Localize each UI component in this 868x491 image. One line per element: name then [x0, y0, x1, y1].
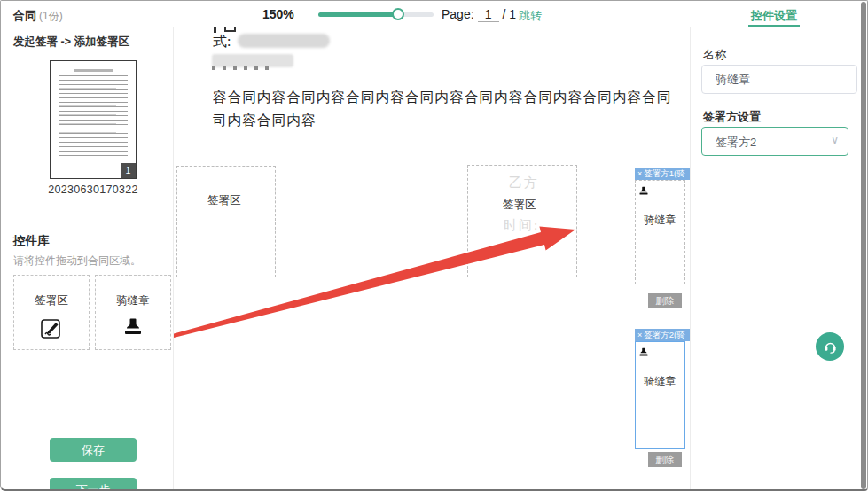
page-title: 合同(1份)	[13, 8, 63, 24]
stamp-body[interactable]: 骑缝章	[635, 180, 685, 284]
stamp-icon	[638, 183, 649, 199]
app-window: 合同(1份) 150% Page:1/ 1 跳转 控件设置 发起签署 -> 添加…	[0, 0, 868, 491]
page-label: Page:	[442, 7, 474, 21]
page-indicator: Page:1/ 1	[442, 7, 516, 22]
stamp-label: 骑缝章	[636, 213, 684, 228]
zoom-level-value: 150%	[262, 7, 294, 21]
library-item-label: 骑缝章	[96, 293, 170, 308]
faint-party-text: 乙方	[509, 175, 539, 191]
page-thumbnail[interactable]: 1	[50, 60, 137, 179]
zoom-slider-handle[interactable]	[392, 8, 404, 20]
stamp-icon	[638, 345, 649, 361]
thumbnail-title-line	[74, 69, 113, 72]
redacted-text-block	[238, 34, 330, 48]
paragraph-line: 司内容合同内容	[213, 109, 674, 132]
signature-area-label: 签署区	[207, 193, 241, 208]
top-toolbar: 合同(1份) 150% Page:1/ 1 跳转 控件设置	[1, 1, 868, 27]
close-icon[interactable]: ×	[637, 168, 642, 180]
scrollbar[interactable]	[861, 2, 866, 489]
signer-select[interactable]: 签署方2 ∨	[701, 127, 848, 156]
signer-select-value: 签署方2	[716, 135, 756, 151]
redacted-text-block	[212, 54, 293, 67]
signer-setting-label: 签署方设置	[703, 109, 761, 125]
stamp-icon	[122, 317, 144, 340]
save-button[interactable]: 保存	[50, 438, 137, 462]
thumbnail-caption: 20230630170322	[19, 183, 168, 196]
document-paragraph: 容合同内容合同内容合同内容合同内容合同内容合同内容合同内容合同 司内容合同内容	[213, 86, 674, 132]
thumbnail-page-badge: 1	[121, 163, 136, 178]
tab-active-indicator	[748, 25, 800, 27]
placed-stamp-signer2[interactable]: ×签署方2(骑 骑缝章 删除	[635, 329, 690, 467]
stamp-header[interactable]: ×签署方1(骑	[635, 168, 690, 180]
signature-area-placeholder-left[interactable]: 签署区	[176, 166, 276, 277]
zoom-slider-fill	[318, 12, 398, 17]
stamp-body[interactable]: 骑缝章	[635, 341, 685, 449]
customer-service-button[interactable]	[816, 332, 844, 361]
stamp-header[interactable]: ×签署方2(骑	[635, 329, 690, 341]
thumbnail-text-lines-overlay	[59, 88, 116, 141]
document-canvas: 式: 容合同内容合同内容合同内容合同内容合同内容合同内容合同内容合同 司内容合同…	[174, 27, 690, 491]
headset-icon	[823, 339, 838, 355]
panel-divider	[690, 27, 691, 491]
signature-area-placeholder-right[interactable]: 乙方 时间: 签署区	[467, 165, 577, 277]
library-item-signature-area[interactable]: 签署区	[13, 275, 90, 350]
page-number-input[interactable]: 1	[478, 7, 499, 22]
signature-area-label: 签署区	[503, 198, 536, 213]
redacted-text-marks	[212, 66, 274, 70]
placed-stamp-signer1[interactable]: ×签署方1(骑 骑缝章 删除	[635, 168, 690, 308]
zoom-slider[interactable]	[318, 12, 434, 17]
control-library-title: 控件库	[13, 233, 50, 249]
name-field-label: 名称	[703, 47, 726, 63]
page-total: / 1	[503, 7, 517, 21]
document-line-prefix: 式:	[213, 33, 231, 51]
stamp-label: 骑缝章	[636, 374, 684, 389]
signature-icon	[40, 317, 63, 344]
library-item-label: 签署区	[14, 293, 89, 308]
tab-control-settings[interactable]: 控件设置	[750, 8, 798, 24]
paragraph-line: 容合同内容合同内容合同内容合同内容合同内容合同内容合同内容合同	[213, 86, 674, 109]
next-step-button[interactable]: 下一步	[50, 478, 137, 491]
name-input[interactable]	[701, 65, 857, 94]
contract-title: 合同	[13, 9, 36, 22]
chevron-down-icon: ∨	[831, 134, 839, 146]
control-library-hint: 请将控件拖动到合同区域。	[13, 253, 141, 269]
jump-link[interactable]: 跳转	[519, 8, 542, 24]
stamp-header-label: 签署方1(骑	[644, 168, 684, 178]
delete-button[interactable]: 删除	[648, 452, 682, 467]
delete-button[interactable]: 删除	[648, 293, 682, 308]
close-icon[interactable]: ×	[637, 329, 642, 341]
faint-time-text: 时间:	[504, 217, 539, 234]
contract-count: (1份)	[39, 10, 63, 22]
library-item-paging-seal[interactable]: 骑缝章	[95, 275, 171, 350]
stamp-header-label: 签署方2(骑	[644, 330, 684, 339]
breadcrumb: 发起签署 -> 添加签署区	[13, 35, 129, 50]
